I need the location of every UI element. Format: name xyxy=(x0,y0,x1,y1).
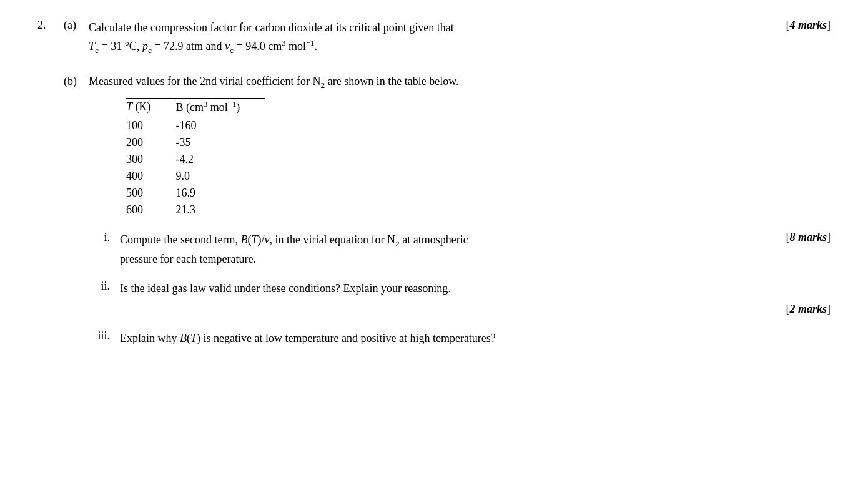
table-cell-b: -160 xyxy=(176,117,265,134)
sub-part-iii-label: iii. xyxy=(89,329,115,343)
virial-table: T (K) B (cm3 mol−1) 100 -160 2 xyxy=(126,98,265,218)
table-cell-b: 21.3 xyxy=(176,202,265,218)
sub-part-i-label: i. xyxy=(89,231,115,244)
part-a-label: (a) xyxy=(64,19,84,32)
table-cell-b: 9.0 xyxy=(176,168,265,185)
sub-part-i: i. Compute the second term, B(T)/v, in t… xyxy=(89,231,831,268)
part-b-label: (b) xyxy=(64,75,84,88)
sub-part-i-marks: [8 marks] xyxy=(786,231,831,244)
question-number: 2. xyxy=(37,19,64,362)
table-cell-t: 100 xyxy=(126,117,176,134)
table-cell-b: -4.2 xyxy=(176,151,265,168)
table-cell-b: -35 xyxy=(176,134,265,151)
sub-part-ii-marks-container: [2 marks] xyxy=(120,300,831,318)
sub-part-ii-content: Is the ideal gas law valid under these c… xyxy=(120,280,831,318)
table-col1-header: T (K) xyxy=(126,98,176,117)
table-row: 100 -160 xyxy=(126,117,265,134)
sub-parts: i. Compute the second term, B(T)/v, in t… xyxy=(89,231,831,347)
sub-part-ii-marks-value: 2 marks xyxy=(789,300,827,318)
part-a: (a) Calculate the compression factor for… xyxy=(64,19,831,57)
question-header: 2. (a) Calculate the compression factor … xyxy=(37,19,831,362)
sub-part-ii-text: Is the ideal gas law valid under these c… xyxy=(120,280,831,318)
table-row: 600 21.3 xyxy=(126,202,265,218)
question-container: 2. (a) Calculate the compression factor … xyxy=(37,19,831,362)
table-cell-t: 500 xyxy=(126,185,176,202)
table-cell-t: 400 xyxy=(126,168,176,185)
sub-part-i-marks-value: 8 marks xyxy=(789,231,827,243)
sub-part-i-text: Compute the second term, B(T)/v, in the … xyxy=(120,231,786,268)
part-b-text: Measured values for the 2nd virial coeff… xyxy=(89,75,831,90)
sub-part-iii-text: Explain why B(T) is negative at low temp… xyxy=(120,329,831,348)
sub-part-i-content: Compute the second term, B(T)/v, in the … xyxy=(120,231,831,268)
table-row: 400 9.0 xyxy=(126,168,265,185)
table-row: 500 16.9 xyxy=(126,185,265,202)
part-b-content: Measured values for the 2nd virial coeff… xyxy=(89,75,831,358)
table-cell-t: 600 xyxy=(126,202,176,218)
table-col2-header: B (cm3 mol−1) xyxy=(176,98,265,117)
part-a-marks-value: 4 marks xyxy=(789,19,827,31)
sub-part-iii-content: Explain why B(T) is negative at low temp… xyxy=(120,329,831,348)
table-cell-t: 200 xyxy=(126,134,176,151)
question-parts: (a) Calculate the compression factor for… xyxy=(64,19,831,362)
table-row: 300 -4.2 xyxy=(126,151,265,168)
part-b-row: (b) Measured values for the 2nd virial c… xyxy=(64,75,831,358)
part-b: (b) Measured values for the 2nd virial c… xyxy=(64,75,831,358)
part-a-content: Calculate the compression factor for car… xyxy=(89,19,831,57)
sub-part-iii: iii. Explain why B(T) is negative at low… xyxy=(89,329,831,348)
part-a-formula: Tc = 31 °C, pc = 72.9 atm and vc = 94.0 … xyxy=(89,40,317,52)
part-a-marks: [4 marks] xyxy=(786,19,831,32)
part-a-text: Calculate the compression factor for car… xyxy=(89,19,786,57)
table-cell-t: 300 xyxy=(126,151,176,168)
part-a-line1: Calculate the compression factor for car… xyxy=(89,21,454,34)
table-cell-b: 16.9 xyxy=(176,185,265,202)
part-a-row: (a) Calculate the compression factor for… xyxy=(64,19,831,57)
table-header-row: T (K) B (cm3 mol−1) xyxy=(126,98,265,117)
sub-part-ii-label: ii. xyxy=(89,280,115,293)
sub-part-ii: ii. Is the ideal gas law valid under the… xyxy=(89,280,831,318)
table-row: 200 -35 xyxy=(126,134,265,151)
